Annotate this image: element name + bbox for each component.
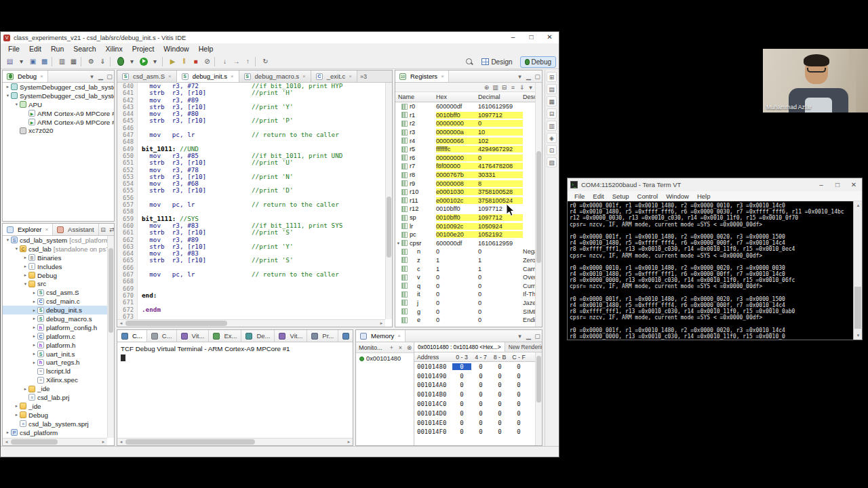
code-line[interactable]: 647 mov pc, lr // return to the caller [117,131,385,138]
expand-arrow-icon[interactable]: ▸ [31,333,37,339]
menu-item[interactable]: Xilinx [101,45,127,53]
explorer-tree-item[interactable]: ▸ Debug [3,271,107,280]
view-menu-icon[interactable]: ▾ [515,331,524,342]
code-line[interactable]: 670 end: [117,292,385,299]
code-line[interactable]: 661 strb r3, [r10] //print 'S' [117,229,385,236]
save-icon[interactable]: ▣ [27,56,39,67]
tab-debug-view[interactable]: Debug [3,70,48,82]
maximize-icon[interactable]: ▢ [533,71,542,82]
menu-item[interactable]: File [570,192,589,200]
collapse-all-icon[interactable]: ⊟ [500,82,509,93]
close-button[interactable]: ✕ [540,32,559,43]
memory-row[interactable]: 001014B0 0 0 0 0 [414,390,542,399]
expand-arrow-icon[interactable]: ▸ [31,299,37,304]
explorer-tree-item[interactable]: ▾ csd_lab_system [csd_platform] [3,236,107,245]
code-line[interactable]: 667 mov pc, lr // return to the caller [117,271,385,278]
explorer-tree-item[interactable]: ▸ _ide [3,384,107,393]
memory-word[interactable]: 0 [452,373,471,380]
menu-item[interactable]: Search [68,45,100,53]
debug-tree-item[interactable]: xc7z020 [3,126,114,135]
register-row[interactable]: ▾ cpsr 600000df 1610612959 [395,239,535,248]
view-menu-icon[interactable]: ▾ [515,71,524,82]
code-editor[interactable]: 640 mov r3, #72 //if bit_1010, print HYP… [117,83,385,319]
menu-item[interactable]: Setup [608,192,633,200]
tab-memory[interactable]: Memory [356,330,406,342]
explorer-tree-item[interactable]: Xilinx.spec [3,375,107,384]
code-line[interactable]: 671 [117,299,385,306]
minimize-button[interactable]: – [813,179,829,191]
minimize-button[interactable]: – [504,32,522,43]
expand-arrow-icon[interactable]: ▸ [31,325,37,330]
step-return-icon[interactable]: ↑ [242,56,254,67]
explorer-tree-item[interactable]: ▸ csd_asm.S [3,288,107,297]
expand-arrow-icon[interactable]: ▸ [31,290,37,296]
register-row[interactable]: lr 0010092c 1050924 [395,222,535,230]
code-line[interactable]: 669 [117,285,385,292]
modules-view-icon[interactable]: ▥ [547,121,557,131]
editor-tab[interactable]: debug_macro.s [239,70,311,82]
debug-tree-item[interactable]: ▾ APU [3,100,114,109]
memory-word[interactable]: 0 [509,401,528,407]
explorer-tree-item[interactable]: ▸ Debug [3,411,107,420]
debug-launch-icon[interactable] [115,56,126,67]
expand-arrow-icon[interactable]: ▾ [395,241,401,246]
restore-view-icon[interactable]: ⊞ [547,72,557,82]
design-perspective-button[interactable]: Design [477,56,517,68]
register-row[interactable]: n 0 0 Negativ... [395,247,535,256]
editor-tab[interactable]: debug_init.s [177,70,239,82]
memory-word[interactable]: 0 [471,428,490,435]
explorer-tree-item[interactable]: ▸ _ide [3,402,107,411]
terminal-icon[interactable]: ▥ [56,56,68,67]
maximize-icon[interactable]: ▢ [105,71,114,82]
console-tab[interactable]: C... [117,330,147,342]
console-tab[interactable]: De... [338,330,353,342]
memory-word[interactable]: 0 [509,373,528,380]
registers-column-headers[interactable]: Name Hex Decimal Descrip... [395,92,542,102]
tab-registers[interactable]: Registers [395,70,449,82]
explorer-tree-item[interactable]: ▸ csd_platform [3,428,107,437]
menu-item[interactable]: Project [127,45,159,53]
menu-item[interactable]: File [3,45,24,53]
memory-word[interactable]: 0 [471,373,490,380]
program-device-icon[interactable]: ⇓ [97,56,108,67]
code-line[interactable]: 672 .endm [117,306,385,313]
register-row[interactable]: r7 f8f00000 4176478208 [395,162,535,171]
code-line[interactable]: 668 [117,278,385,285]
memory-word[interactable]: 0 [490,410,509,417]
menu-item[interactable]: Help [194,45,218,53]
registers-vscrollbar[interactable] [535,83,542,327]
rendering-tab-new[interactable]: New Renderings... [505,342,542,352]
memory-word[interactable]: 0 [490,382,509,388]
memory-word[interactable]: 0 [452,401,471,407]
close-icon[interactable] [441,73,444,79]
expand-arrow-icon[interactable]: ▸ [31,342,37,348]
run-launch-icon[interactable] [138,56,149,67]
maximize-icon[interactable]: ▢ [533,331,542,342]
expand-arrow-icon[interactable]: ▸ [22,264,28,269]
menu-item[interactable]: Edit [589,192,608,200]
export-registers-icon[interactable]: ⇓ [517,82,526,93]
teraterm-vscrollbar[interactable]: ▲ ▼ [853,201,862,340]
explorer-vscrollbar[interactable] [107,236,114,438]
terminal-output[interactable]: TCF Debug Virtual Terminal - ARM Cortex-… [117,342,353,438]
close-icon[interactable] [231,73,234,79]
variables-view-icon[interactable]: ▦ [547,96,557,106]
hidden-tabs-indicator[interactable]: »3 [357,73,370,80]
explorer-tree-item[interactable]: ▸ uart_init.s [3,350,107,359]
memory-word[interactable]: 0 [509,382,528,388]
expand-arrow-icon[interactable]: ▸ [14,403,20,409]
expand-arrow-icon[interactable]: ▸ [31,351,37,357]
debug-tree-item[interactable]: ARM Cortex-A9 MPCore #1 (Run [3,118,114,127]
add-monitor-icon[interactable]: + [387,342,396,353]
memory-word[interactable]: 0 [452,420,471,426]
register-row[interactable]: r5 fffffffc 4294967292 [395,145,535,154]
close-button[interactable]: ✕ [846,179,862,191]
expand-arrow-icon[interactable]: ▸ [14,412,20,418]
editor-vscrollbar[interactable] [385,83,392,319]
memory-word[interactable]: 0 [509,410,528,417]
memory-row[interactable]: 001014E0 0 0 0 0 [414,418,542,428]
explorer-tree-item[interactable]: csd_lab.prj [3,393,107,402]
separator[interactable] [214,57,218,66]
expand-arrow-icon[interactable]: ▾ [5,93,11,98]
code-line[interactable]: 645 strb r3, [r10] //print 'P' [117,117,385,124]
